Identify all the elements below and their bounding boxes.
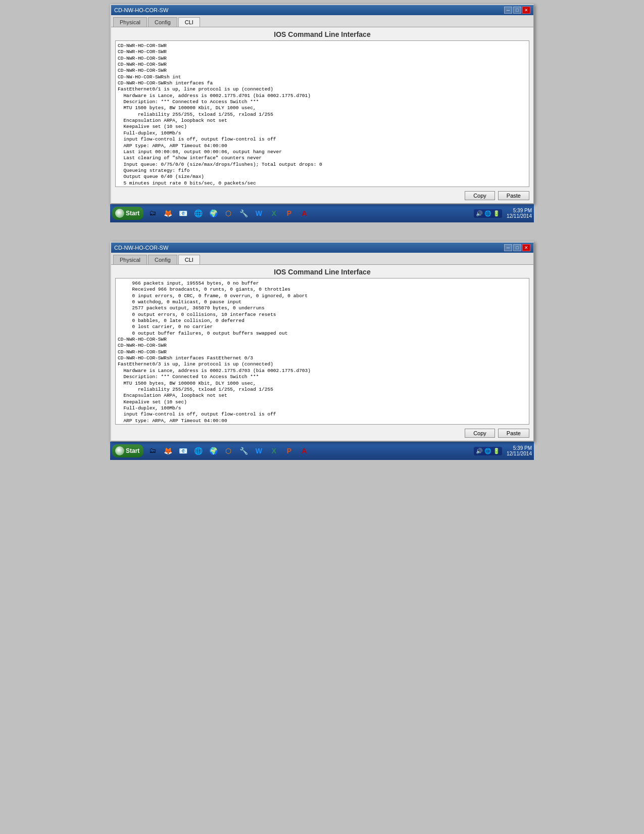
outlook-icon-1[interactable]: 📧	[176, 206, 190, 220]
tab-bar-1: Physical Config CLI	[111, 15, 533, 27]
network-icon-2[interactable]: 🔧	[236, 444, 251, 458]
date-1: 12/11/2014	[504, 213, 532, 219]
explorer-icon-2[interactable]: 🗂	[145, 444, 160, 458]
window-header-2: IOS Command Line Interface	[111, 265, 533, 278]
close-btn-1[interactable]: ✕	[522, 7, 530, 14]
window-1: CD-NW-HO-COR-SW ─ □ ✕ Physical Config CL…	[110, 4, 534, 204]
firefox-icon-1[interactable]: 🦊	[161, 206, 175, 220]
minimize-btn-1[interactable]: ─	[504, 7, 512, 14]
cli-area-2[interactable]: 966 packets input, 195554 bytes, 0 no bu…	[115, 278, 529, 425]
tab-physical-2[interactable]: Physical	[113, 255, 147, 264]
minimize-btn-2[interactable]: ─	[504, 244, 512, 251]
time-1: 5:39 PM	[504, 208, 532, 213]
copy-btn-1[interactable]: Copy	[465, 191, 495, 200]
cli-content-1: CD-NWR-HO-COR-SWR CD-NWR-HO-COR-SWR CD-N…	[118, 43, 527, 187]
taskbar-apps-2: 🗂 🦊 📧 🌐 🌍 ⬡ 🔧 W X P A	[145, 444, 311, 458]
excel-icon-1[interactable]: X	[267, 206, 281, 220]
start-orb-2	[115, 446, 124, 455]
button-row-1: Copy Paste	[111, 189, 533, 203]
paste-btn-2[interactable]: Paste	[498, 429, 529, 438]
start-button-2[interactable]: Start	[112, 444, 143, 457]
titlebar-2: CD-NW-HO-COR-SW ─ □ ✕	[111, 243, 533, 253]
cli-content-2: 966 packets input, 195554 bytes, 0 no bu…	[118, 281, 527, 425]
system-tray-1: 🔊 🌐 🔋	[474, 209, 502, 218]
maximize-btn-1[interactable]: □	[513, 7, 521, 14]
ie-icon-1[interactable]: 🌍	[206, 206, 220, 220]
word-icon-1[interactable]: W	[252, 206, 266, 220]
tab-physical-1[interactable]: Physical	[113, 17, 147, 27]
tab-config-2[interactable]: Config	[148, 255, 177, 264]
network-tray-icon-1[interactable]: 🌐	[484, 210, 491, 217]
time-2: 5:39 PM	[504, 445, 532, 451]
cli-area-1[interactable]: CD-NWR-HO-COR-SWR CD-NWR-HO-COR-SWR CD-N…	[115, 40, 529, 187]
taskbar-right-2: 🔊 🌐 🔋 5:39 PM 12/11/2014	[474, 445, 532, 456]
clock-2: 5:39 PM 12/11/2014	[504, 445, 532, 456]
taskbar-left-2: Start 🗂 🦊 📧 🌐 🌍 ⬡ 🔧 W X P A	[112, 444, 311, 458]
outlook-icon-2[interactable]: 📧	[176, 444, 190, 458]
ie-icon-2[interactable]: 🌍	[206, 444, 220, 458]
paste-btn-1[interactable]: Paste	[498, 191, 529, 200]
date-2: 12/11/2014	[504, 451, 532, 456]
tab-bar-2: Physical Config CLI	[111, 253, 533, 265]
window-title-1: CD-NW-HO-COR-SW	[114, 7, 168, 13]
chrome-icon-2[interactable]: 🌐	[191, 444, 205, 458]
battery-icon-1[interactable]: 🔋	[493, 210, 500, 217]
close-btn-2[interactable]: ✕	[522, 244, 530, 251]
pt-icon-2[interactable]: ⬡	[221, 444, 235, 458]
explorer-icon-1[interactable]: 🗂	[145, 206, 160, 220]
taskbar-left-1: Start 🗂 🦊 📧 🌐 🌍 ⬡ 🔧 W X P A	[112, 206, 311, 220]
window-2: CD-NW-HO-COR-SW ─ □ ✕ Physical Config CL…	[110, 242, 534, 442]
clock-1: 5:39 PM 12/11/2014	[504, 208, 532, 219]
volume-icon-2[interactable]: 🔊	[476, 448, 483, 454]
volume-icon-1[interactable]: 🔊	[476, 210, 483, 217]
titlebar-controls-1: ─ □ ✕	[504, 7, 530, 14]
start-button-1[interactable]: Start	[112, 207, 143, 220]
network-icon-1[interactable]: 🔧	[236, 206, 251, 220]
pt-icon-1[interactable]: ⬡	[221, 206, 235, 220]
tab-config-1[interactable]: Config	[148, 17, 177, 27]
start-label-2: Start	[126, 447, 139, 454]
copy-btn-2[interactable]: Copy	[465, 429, 495, 438]
word-icon-2[interactable]: W	[252, 444, 266, 458]
firefox-icon-2[interactable]: 🦊	[161, 444, 175, 458]
window-title-2: CD-NW-HO-COR-SW	[114, 245, 168, 251]
tab-cli-2[interactable]: CLI	[178, 255, 200, 264]
pp-icon-1[interactable]: P	[282, 206, 296, 220]
start-label-1: Start	[126, 210, 139, 217]
maximize-btn-2[interactable]: □	[513, 244, 521, 251]
excel-icon-2[interactable]: X	[267, 444, 281, 458]
window-header-1: IOS Command Line Interface	[111, 27, 533, 40]
button-row-2: Copy Paste	[111, 427, 533, 441]
start-orb-1	[115, 209, 124, 218]
titlebar-1: CD-NW-HO-COR-SW ─ □ ✕	[111, 5, 533, 15]
tab-cli-1[interactable]: CLI	[178, 17, 200, 27]
battery-icon-2[interactable]: 🔋	[493, 448, 500, 454]
pp-icon-2[interactable]: P	[282, 444, 296, 458]
titlebar-controls-2: ─ □ ✕	[504, 244, 530, 251]
taskbar-right-1: 🔊 🌐 🔋 5:39 PM 12/11/2014	[474, 208, 532, 219]
taskbar-apps-1: 🗂 🦊 📧 🌐 🌍 ⬡ 🔧 W X P A	[145, 206, 311, 220]
taskbar-1: Start 🗂 🦊 📧 🌐 🌍 ⬡ 🔧 W X P A	[110, 204, 534, 222]
taskbar-2: Start 🗂 🦊 📧 🌐 🌍 ⬡ 🔧 W X P A	[110, 442, 534, 460]
acrobat-icon-1[interactable]: A	[297, 206, 311, 220]
acrobat-icon-2[interactable]: A	[297, 444, 311, 458]
network-tray-icon-2[interactable]: 🌐	[484, 448, 491, 454]
chrome-icon-1[interactable]: 🌐	[191, 206, 205, 220]
system-tray-2: 🔊 🌐 🔋	[474, 447, 502, 455]
